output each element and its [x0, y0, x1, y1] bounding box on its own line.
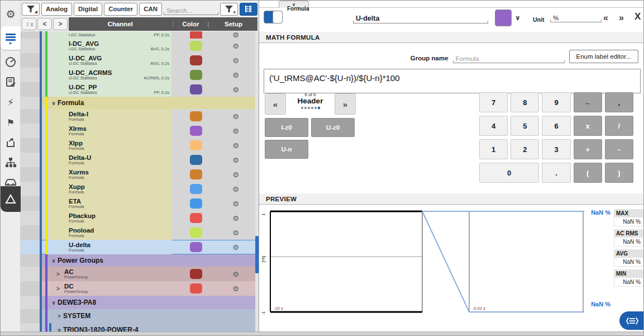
keypad-key[interactable]: , — [605, 92, 633, 112]
channel-row[interactable]: Xupp Formula ⚙ — [21, 182, 259, 196]
channel-setup-gear-icon[interactable]: ⚙ — [232, 285, 239, 293]
channel-color-chip[interactable] — [190, 242, 202, 252]
channel-name-cell[interactable]: U-DC_AVG U-DC Statistics AVG, 0.2s — [49, 53, 171, 68]
channel-color-chip[interactable] — [190, 84, 202, 94]
channel-color-chip[interactable] — [190, 169, 202, 179]
channel-row[interactable]: U-DC_ACRMS U-DC Statistics ACRMS, 0.2s ⚙ — [21, 68, 259, 82]
variable-button[interactable]: U-n — [265, 140, 308, 159]
channel-row[interactable]: U-DC_AVG U-DC Statistics AVG, 0.2s ⚙ — [21, 53, 259, 68]
column-color[interactable]: Color — [174, 21, 207, 27]
channel-setup-gear-icon[interactable]: ⚙ — [232, 86, 239, 94]
keypad-key[interactable]: ( — [574, 163, 602, 183]
channel-color-chip[interactable] — [190, 140, 202, 150]
keypad-key[interactable]: 1 — [479, 139, 508, 159]
keypad-key[interactable]: 8 — [511, 92, 539, 112]
channel-color-chip[interactable] — [190, 311, 202, 321]
keypad-key[interactable]: 6 — [542, 116, 570, 136]
settings-button[interactable]: ⚙ — [1, 4, 21, 24]
prev-channel-button[interactable]: « — [603, 13, 608, 23]
channel-setup-gear-icon[interactable]: ⚙ — [232, 229, 239, 237]
channel-name-input[interactable] — [354, 14, 488, 23]
channel-setup-gear-icon[interactable]: ⚙ — [232, 112, 239, 121]
channel-row[interactable]: XIrms Formula ⚙ — [21, 124, 259, 138]
channel-row[interactable]: XIpp Formula ⚙ — [21, 138, 259, 153]
trigger-button[interactable]: ⚡ — [1, 92, 21, 112]
channel-row[interactable]: ∨ TRION3-1820-POWER-4 — [21, 323, 259, 332]
channel-row[interactable]: I-DC Statistics PP, 0.2s ⚙ — [21, 31, 259, 39]
channel-name-cell[interactable]: U-DC_PP U-DC Statistics PP, 0.2s — [49, 82, 171, 97]
export-button[interactable] — [1, 132, 21, 153]
channel-color-chip[interactable] — [190, 297, 202, 307]
channel-color-chip[interactable] — [190, 55, 202, 65]
channel-setup-gear-icon[interactable]: ⚙ — [232, 127, 239, 135]
channel-row[interactable]: Pnoload Formula ⚙ — [21, 225, 259, 240]
channel-color-chip[interactable] — [190, 325, 202, 332]
channel-row[interactable]: ∨ Power Groups — [21, 254, 259, 267]
close-panel-button[interactable]: X — [635, 11, 641, 22]
channel-name-cell[interactable]: > SYSTEM — [49, 309, 171, 323]
channel-name-cell[interactable]: I-DC_AVG I-DC Statistics AVG, 0.2s — [49, 39, 171, 53]
channel-setup-gear-icon[interactable]: ⚙ — [232, 243, 239, 252]
channel-color-chip[interactable] — [190, 126, 202, 136]
onscreen-keyboard-button[interactable] — [619, 311, 644, 330]
type-filter-button[interactable]: Analog — [41, 3, 72, 16]
channel-color-chip[interactable] — [190, 70, 202, 80]
channel-setup-gear-icon[interactable]: ⚙ — [232, 185, 239, 193]
channel-setup-gear-icon[interactable]: ⚙ — [232, 200, 239, 208]
channel-color-chip[interactable] — [190, 228, 202, 238]
channel-active-toggle[interactable] — [264, 11, 283, 23]
channel-tree-toggle-button[interactable] — [240, 3, 257, 16]
keypad-key[interactable]: + — [574, 139, 602, 159]
group-name-input[interactable] — [454, 55, 564, 63]
channel-row[interactable]: > SYSTEM — [21, 309, 259, 323]
type-filter-button[interactable]: Counter — [104, 3, 137, 16]
channel-row[interactable]: > AC PowerGroup ⚙ — [21, 267, 259, 281]
keypad-key[interactable]: - — [605, 139, 633, 159]
channel-row[interactable]: ∨ Formula — [21, 97, 259, 109]
marker-button[interactable]: ⚑ — [1, 112, 21, 132]
channel-setup-gear-icon[interactable]: ⚙ — [232, 71, 239, 79]
channel-name-cell[interactable]: > DC PowerGroup — [49, 281, 171, 296]
channel-name-cell[interactable]: Delta-I Formula — [49, 109, 171, 124]
clear-filter-button[interactable]: x — [220, 3, 238, 16]
channel-name-cell[interactable]: I-DC Statistics PP, 0.2s — [49, 31, 171, 39]
channel-setup-gear-icon[interactable]: ⚙ — [232, 270, 239, 278]
channel-setup-gear-icon[interactable]: ⚙ — [232, 171, 239, 179]
keypad-key[interactable]: ) — [605, 163, 633, 183]
channel-color-chip[interactable] — [190, 155, 202, 165]
expander-icon[interactable]: > — [54, 271, 62, 277]
expander-icon[interactable]: > — [54, 286, 62, 292]
channel-name-cell[interactable]: U-delta Formula — [49, 240, 171, 254]
keypad-key[interactable]: x — [574, 116, 602, 136]
enum-label-editor-button[interactable]: Enum label editor... — [569, 50, 638, 63]
channel-name-cell[interactable]: Xupp Formula — [49, 182, 171, 196]
channel-row[interactable]: > DC PowerGroup ⚙ — [21, 281, 259, 296]
channel-setup-gear-icon[interactable]: ⚙ — [232, 56, 239, 65]
type-filter-button[interactable]: Digital — [74, 3, 102, 16]
keypad-key[interactable]: 7 — [479, 92, 508, 112]
variable-button[interactable]: I-z0 — [265, 118, 308, 137]
channel-name-cell[interactable]: ETA Formula — [49, 196, 171, 211]
sync-button[interactable] — [1, 153, 21, 173]
hide-columns-button[interactable]: ⋮x — [22, 18, 36, 30]
keypad-key[interactable]: 4 — [479, 116, 508, 136]
channel-row[interactable]: Delta-U Formula ⚙ — [21, 153, 259, 167]
reporting-button[interactable] — [1, 72, 21, 92]
channel-row[interactable]: ETA Formula ⚙ — [21, 196, 259, 211]
channel-name-cell[interactable]: ∨ Formula — [49, 97, 171, 109]
next-channel-button[interactable]: » — [619, 13, 624, 23]
channel-setup-gear-icon[interactable]: ⚙ — [232, 214, 239, 223]
channel-color-chip[interactable] — [190, 283, 202, 294]
channel-name-cell[interactable]: ∨ Power Groups — [49, 254, 171, 267]
filter-menu-button[interactable]: ◢ — [22, 3, 40, 16]
channel-color-chip[interactable] — [190, 111, 202, 121]
color-dropdown-caret-icon[interactable]: ∨ — [515, 14, 521, 22]
channel-setup-gear-icon[interactable]: ⚙ — [232, 141, 239, 150]
channel-name-cell[interactable]: XIpp Formula — [49, 138, 171, 153]
variable-page-prev-button[interactable]: « — [265, 93, 286, 115]
channel-list-tab[interactable]: ▶ — [1, 26, 21, 50]
keypad-key[interactable]: / — [605, 116, 633, 136]
search-input[interactable] — [164, 7, 218, 15]
channel-row[interactable]: Delta-I Formula ⚙ — [21, 109, 259, 124]
channel-name-cell[interactable]: ∨ DEWE3-PA8 — [49, 296, 171, 309]
